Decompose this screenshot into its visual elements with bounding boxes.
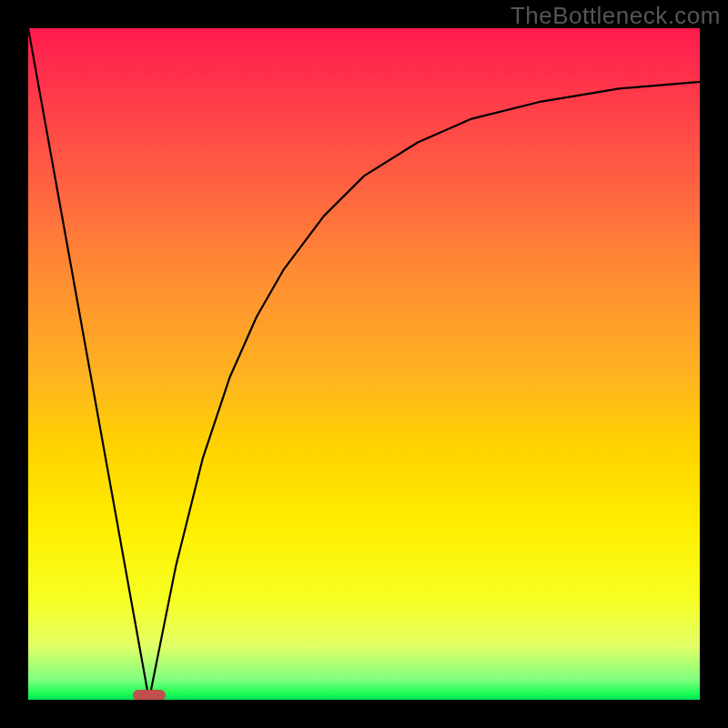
watermark-text: TheBottleneck.com — [511, 2, 721, 30]
plot-area — [28, 28, 700, 700]
bottleneck-curve — [28, 28, 700, 700]
curve-svg — [28, 28, 700, 700]
chart-frame: TheBottleneck.com — [0, 0, 728, 728]
optimum-marker — [133, 690, 166, 700]
